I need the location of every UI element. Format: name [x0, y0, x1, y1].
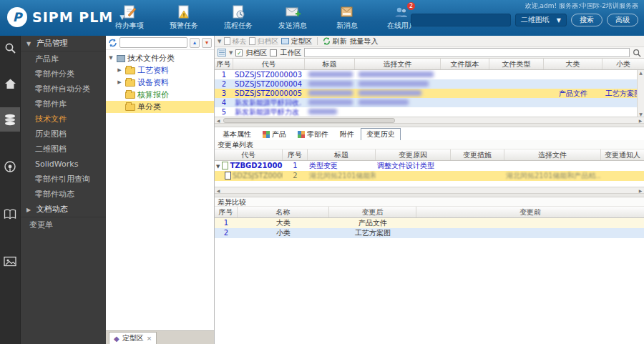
strip-images[interactable]: [0, 249, 20, 273]
sidebar-item-change-order[interactable]: 变更单: [21, 217, 106, 232]
archive-zone-checkbox[interactable]: ✓: [235, 49, 243, 56]
batch-import-button[interactable]: 批量导入: [349, 36, 378, 46]
chevron-down-icon[interactable]: ▼: [229, 50, 233, 56]
table-row[interactable]: 4 新发新能源甲醇回收.: [215, 98, 644, 107]
tree-filter-down-button[interactable]: ▾: [202, 38, 212, 48]
sidebar-item-part-ref-query[interactable]: 零部件引用查询: [21, 172, 106, 187]
change-table: 代号 序号 标题 变更原因 变更措施 选择文件 变更通知人 ▼TZBGD2100…: [215, 149, 644, 181]
global-search-input[interactable]: [411, 14, 511, 26]
search-icon[interactable]: [633, 49, 641, 57]
scroll-left-icon[interactable]: ◀: [215, 118, 222, 123]
table-row-selected[interactable]: 3 SDZSJSTZ0000005 产品文件 工艺方案图: [215, 89, 644, 98]
process-task-icon: [230, 4, 247, 20]
tree-filter-up-button[interactable]: ▴: [190, 38, 200, 48]
chevron-right-icon: ▶: [116, 77, 123, 89]
diff-row[interactable]: 2 小类 工艺方案图: [215, 228, 644, 238]
sidebar-item-part-library[interactable]: 零部件库: [21, 97, 106, 112]
tree-node-process-data[interactable]: ▶ 工艺资料: [106, 64, 214, 77]
file-code-text[interactable]: SDZSJSTZ0000006: [233, 172, 283, 180]
remove-button[interactable]: 移去: [224, 36, 246, 46]
quick-filter-input[interactable]: [304, 48, 630, 57]
diff-row[interactable]: 1 大类 产品文件: [215, 218, 644, 228]
tree-node-single-class[interactable]: 单分类: [106, 101, 214, 113]
tree-node-equipment-data[interactable]: ▶ 设备资料: [106, 77, 214, 89]
sidebar-item-2d-drawings[interactable]: 二维图档: [21, 142, 106, 157]
welcome-text: 欢迎,adm! 服务器:中国际-2培训服务器: [338, 1, 638, 11]
tab-product[interactable]: 产品: [258, 129, 291, 140]
home-icon: [4, 78, 16, 89]
tab-parts[interactable]: 零部件: [293, 129, 333, 140]
scroll-down-icon[interactable]: ▼: [639, 112, 643, 117]
app-title: SIPM PLM: [32, 9, 113, 25]
file-doc-icon: [225, 172, 231, 180]
table-row[interactable]: 1 SDZSJSTZ0000003: [215, 70, 644, 79]
search-category-dropdown[interactable]: 二维图纸 ▼: [515, 14, 567, 26]
sidebar-item-tech-files[interactable]: 技术文件: [21, 112, 106, 127]
parts-icon: [298, 131, 305, 138]
horizontal-scrollbar[interactable]: ◀ ▶: [215, 117, 644, 124]
window-icon: [281, 38, 289, 44]
sidebar-item-history-drawings[interactable]: 历史图档: [21, 127, 106, 142]
sidebar-group-doc-dynamics[interactable]: ▶ 文档动态: [21, 202, 106, 217]
staging-area-button[interactable]: 定型区: [281, 36, 312, 46]
top-header: P SIPM PLM ▼ 待办事项 预警任务: [0, 0, 644, 36]
sidebar-item-part-dynamics[interactable]: 零部件动态: [21, 187, 106, 202]
folder-icon: [125, 67, 135, 74]
sidebar-group-product-mgmt[interactable]: ▼ 产品管理: [21, 36, 106, 51]
tab-basic-properties[interactable]: 基本属性: [218, 129, 256, 140]
advanced-search-button[interactable]: 高级: [607, 14, 638, 26]
archive-button[interactable]: 归档区: [249, 36, 278, 46]
scroll-right-icon[interactable]: ▶: [637, 118, 644, 123]
tab-staging-area[interactable]: ◆ 定型区 ×: [109, 332, 157, 344]
database-icon: [4, 114, 16, 126]
scroll-up-icon[interactable]: ▲: [639, 70, 643, 75]
sidebar-item-part-autoclass[interactable]: 零部件自动分类: [21, 82, 106, 97]
tree-root-node[interactable]: ▼ 技术文件分类: [106, 52, 214, 64]
sidebar-item-part-class[interactable]: 零部件分类: [21, 67, 106, 82]
change-row-selected[interactable]: SDZSJSTZ0000006 2 湖北闰拓2101储能和产品精... 湖北闰拓…: [215, 171, 644, 181]
change-row[interactable]: ▼TZBGD210001 1 类型变更 调整文件设计类型: [215, 161, 644, 171]
nav-process-tasks[interactable]: 流程任务: [216, 4, 260, 31]
file-code-link[interactable]: SDZSJSTZ0000005: [233, 89, 305, 98]
toolbar-dropdown-icon[interactable]: ▼: [218, 39, 221, 44]
file-code-link[interactable]: SDZSJSTZ0000004: [233, 79, 305, 89]
strip-library[interactable]: [0, 202, 20, 226]
chevron-down-icon: ▼: [557, 17, 561, 24]
nav-alert-tasks[interactable]: 预警任务: [162, 4, 206, 31]
scroll-left-icon[interactable]: ◀: [215, 188, 222, 193]
refresh-icon: [323, 37, 331, 45]
sidebar-item-product-library[interactable]: 产品库: [21, 51, 106, 67]
search-button[interactable]: 搜索: [571, 14, 602, 26]
change-code-link[interactable]: TZBGD210001: [230, 162, 283, 169]
tree-node-cost-quote[interactable]: 核算报价: [106, 89, 214, 101]
refresh-button[interactable]: 刷新: [323, 36, 346, 46]
search-category-value: 二维图纸: [521, 15, 550, 25]
tab-attachments[interactable]: 附件: [335, 129, 359, 140]
file-code-link[interactable]: 新发新能源甲醇力改: [233, 107, 305, 117]
strip-search[interactable]: [0, 36, 20, 60]
work-zone-checkbox[interactable]: ✓: [270, 49, 277, 56]
table-row[interactable]: 5 新发新能源甲醇力改: [215, 107, 644, 117]
tree-filter-input[interactable]: [119, 37, 187, 48]
expander-down-icon[interactable]: ▼: [216, 164, 220, 169]
strip-home[interactable]: [0, 72, 20, 96]
table-row[interactable]: 2 SDZSJSTZ0000004: [215, 79, 644, 89]
scrollbar-thumb[interactable]: [223, 118, 395, 123]
nav-todo[interactable]: 待办事项: [107, 4, 152, 31]
files-table: 序号 代号 标题 选择文件 文件版本 文件类型 大类 小类 1 SDZSJSTZ…: [215, 59, 644, 117]
sidebar-item-solidworks[interactable]: SolidWorks: [21, 157, 106, 172]
strip-broadcast[interactable]: [0, 154, 20, 179]
tree-refresh-icon[interactable]: [108, 39, 117, 47]
close-icon[interactable]: ×: [147, 335, 152, 342]
scroll-right-icon[interactable]: ▶: [637, 188, 644, 193]
files-table-header: 序号 代号 标题 选择文件 文件版本 文件类型 大类 小类: [215, 59, 644, 70]
vertical-scrollbar[interactable]: ▲ ▼: [637, 70, 644, 117]
nav-send-message[interactable]: 发送消息: [270, 4, 315, 31]
tab-change-history[interactable]: 变更历史: [361, 128, 401, 141]
file-code-link[interactable]: 新发新能源甲醇回收.: [233, 98, 305, 107]
file-code-link[interactable]: SDZSJSTZ0000003: [233, 70, 305, 79]
list-view-icon[interactable]: [218, 49, 226, 56]
strip-database[interactable]: [0, 107, 20, 132]
horizontal-scrollbar-2[interactable]: ◀ ▶: [215, 187, 644, 194]
book-icon: [4, 209, 16, 220]
